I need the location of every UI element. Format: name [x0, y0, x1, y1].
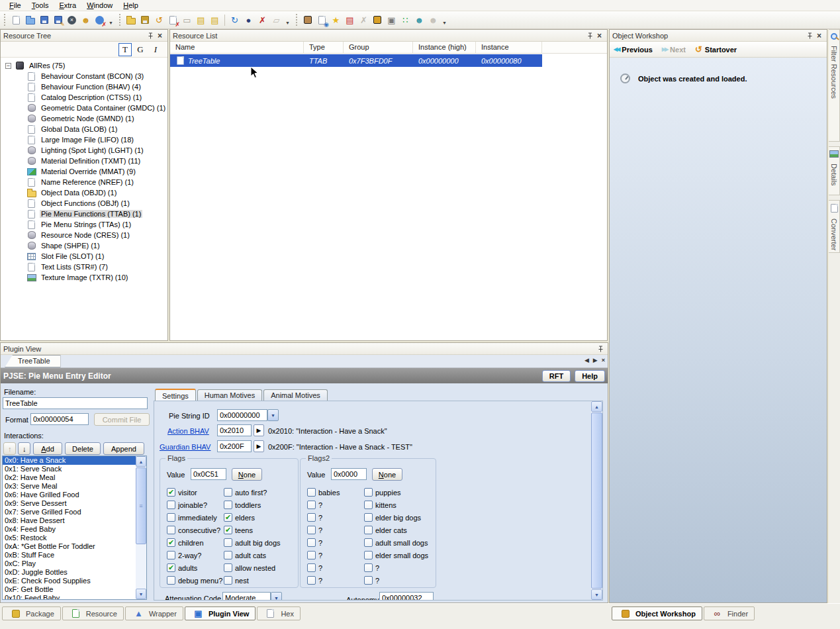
checkbox-consecutive[interactable]: consecutive? — [167, 526, 220, 534]
checkbox-item[interactable]: ? — [364, 563, 379, 572]
guardian-bhav-go-icon[interactable]: ▶ — [254, 440, 264, 452]
startover-button[interactable]: ↺ Startover — [695, 44, 737, 54]
move-up-button[interactable]: ↑ — [3, 442, 16, 455]
tab-human-motives[interactable]: Human Motives — [197, 389, 262, 401]
guardian-bhav-input[interactable] — [217, 440, 252, 452]
status-tab-package[interactable]: Package — [2, 606, 61, 620]
toolbar-grip[interactable] — [296, 14, 299, 26]
flags-none-button[interactable]: None — [232, 468, 262, 481]
flags-value-input[interactable] — [191, 468, 226, 480]
list-item-0x6-have-grilled-food[interactable]: 0x6: Have Grilled Food — [3, 491, 146, 499]
list-item-0xf-get-bottle[interactable]: 0xF: Get Bottle — [3, 585, 146, 594]
menu-file[interactable]: File — [4, 1, 26, 11]
column-header-type[interactable]: Type — [304, 42, 344, 53]
status-tab-plugin-view[interactable]: ▣Plugin View — [185, 606, 256, 620]
previous-button[interactable]: ◀◀ Previous — [614, 46, 653, 54]
interactions-listbox[interactable]: 0x0: Have a Snack0x1: Serve Snack0x2: Ha… — [2, 456, 147, 600]
column-header-instance-high[interactable]: Instance (high) — [413, 42, 476, 53]
list-item-0x7-serve-grilled-food[interactable]: 0x7: Serve Grilled Food — [3, 508, 146, 516]
list-item-0xd-juggle-bottles[interactable]: 0xD: Juggle Bottles — [3, 568, 146, 577]
menu-help[interactable]: Help — [118, 1, 144, 11]
tree-item-texture-image-txtr-10[interactable]: Texture Image (TXTR) (10) — [1, 272, 167, 283]
menu-window[interactable]: Window — [81, 1, 118, 11]
action-bhav-go-icon[interactable]: ▶ — [254, 424, 264, 436]
alarm-icon[interactable]: ● — [242, 14, 255, 26]
flags2-none-button[interactable]: None — [372, 468, 402, 481]
tree-item-object-data-objd-1[interactable]: Object Data (OBJD) (1) — [1, 187, 167, 198]
tree-item-name-reference-nref-1[interactable]: Name Reference (NREF) (1) — [1, 177, 167, 187]
action-bhav-link[interactable]: Action BHAV — [167, 427, 209, 435]
checkbox-immediately[interactable]: immediately — [167, 513, 217, 522]
package-import-icon[interactable] — [125, 14, 138, 26]
tree-item-lighting-spot-light-lght-1[interactable]: Lighting (Spot Light) (LGHT) (1) — [1, 145, 167, 156]
tree-item-material-override-mmat-9[interactable]: Material Override (MMAT) (9) — [1, 166, 167, 177]
filename-input[interactable] — [3, 397, 148, 409]
menu-extra[interactable]: Extra — [54, 1, 81, 11]
column-header-instance[interactable]: Instance — [476, 42, 542, 53]
tgi-button-i[interactable]: I — [149, 43, 162, 56]
guardian-bhav-link[interactable]: Guardian BHAV — [160, 443, 210, 451]
toolbar-overflow-icon[interactable]: ▼ — [442, 21, 447, 25]
list-item-0x10-feed-baby[interactable]: 0x10: Feed Baby — [3, 594, 146, 600]
pin-icon[interactable] — [145, 31, 155, 40]
neighborhood-icon[interactable]: ☻ — [413, 14, 426, 26]
action-bhav-input[interactable] — [217, 424, 252, 436]
checkbox-item[interactable]: ? — [307, 576, 322, 585]
checkbox-item[interactable]: ? — [307, 538, 322, 547]
help-button[interactable]: Help — [575, 370, 605, 382]
scroll-up-icon[interactable]: ▲ — [591, 401, 602, 412]
tree-item-catalog-description-ctss-1[interactable]: Catalog Description (CTSS) (1) — [1, 92, 167, 103]
checkbox-2-way[interactable]: 2-way? — [167, 551, 201, 559]
scenegraph-icon[interactable]: ∷ — [399, 14, 412, 26]
list-item-0xb-stuff-face[interactable]: 0xB: Stuff Face — [3, 551, 146, 559]
checkbox-elder-big-dogs[interactable]: elder big dogs — [364, 513, 421, 522]
scroll-tabs-left-icon[interactable]: ◀ — [584, 357, 589, 363]
favorites-icon[interactable]: ★ — [330, 14, 342, 26]
checkbox-adult-big-dogs[interactable]: adult big dogs — [224, 538, 281, 547]
checkbox-auto-first[interactable]: auto first? — [224, 488, 267, 497]
checkbox-toddlers[interactable]: toddlers — [224, 501, 261, 509]
checkbox-item[interactable]: ? — [307, 563, 322, 572]
list-item-0x1-serve-snack[interactable]: 0x1: Serve Snack — [3, 465, 146, 473]
checkbox-adult-small-dogs[interactable]: adult small dogs — [364, 538, 428, 547]
sim-browser-icon[interactable]: ☻ — [79, 14, 92, 26]
list-item-0xa-get-bottle-for-toddler[interactable]: 0xA: *Get Bottle For Toddler — [3, 542, 146, 551]
pin-icon[interactable] — [804, 31, 814, 40]
column-header-group[interactable]: Group — [344, 42, 413, 53]
hex-lines-icon[interactable]: ▤ — [344, 14, 356, 26]
expander-icon[interactable]: − — [5, 63, 11, 69]
list-copy-icon[interactable]: ▤ — [195, 14, 207, 26]
format-input[interactable] — [30, 413, 89, 425]
checkbox-item[interactable]: ? — [307, 513, 322, 522]
next-button[interactable]: ▶▶ Next — [662, 46, 686, 54]
package-details-icon[interactable] — [302, 14, 314, 26]
comment-icon[interactable]: ▭ — [181, 14, 193, 26]
preview-icon[interactable]: ◉ — [316, 14, 328, 26]
status-tab-resource[interactable]: Resource — [62, 606, 124, 620]
pin-icon[interactable] — [595, 344, 605, 354]
scrollbar-thumb[interactable]: ≡ — [136, 467, 146, 544]
tab-animal-motives[interactable]: Animal Motives — [263, 389, 328, 401]
close-icon[interactable]: × — [814, 31, 824, 40]
web-search-icon[interactable]: ✗ — [93, 14, 106, 26]
status-tab-object-workshop[interactable]: Object Workshop — [612, 606, 702, 620]
checkbox-puppies[interactable]: puppies — [364, 488, 401, 497]
toolbar-grip[interactable] — [119, 14, 122, 26]
checkbox-elder-small-dogs[interactable]: elder small dogs — [364, 551, 428, 559]
restore-icon[interactable]: ↺ — [153, 14, 165, 26]
list-item-0xe-check-food-supplies[interactable]: 0xE: Check Food Supplies — [3, 577, 146, 585]
scroll-up-icon[interactable]: ▲ — [136, 456, 146, 467]
checkbox-elder-cats[interactable]: elder cats — [364, 526, 407, 534]
tab-treetable[interactable]: TreeTable — [5, 355, 61, 367]
attenuation-code-input[interactable] — [222, 592, 271, 601]
checkbox-adult-cats[interactable]: adult cats — [224, 551, 266, 559]
tree-item-pie-menu-functions-ttab-1[interactable]: Pie Menu Functions (TTAB) (1) — [1, 209, 167, 219]
commit-file-button[interactable]: Commit File — [94, 413, 150, 426]
list-paste-icon[interactable]: ▤ — [209, 14, 221, 26]
append-button[interactable]: Append — [103, 442, 144, 455]
status-tab-hex[interactable]: Hex — [257, 606, 301, 620]
status-tab-finder[interactable]: ∞Finder — [704, 606, 755, 620]
side-tab-details[interactable]: Details — [829, 146, 840, 195]
camera-icon[interactable]: ▣ — [385, 14, 398, 26]
list-item-0x3-serve-meal[interactable]: 0x3: Serve Meal — [3, 482, 146, 491]
